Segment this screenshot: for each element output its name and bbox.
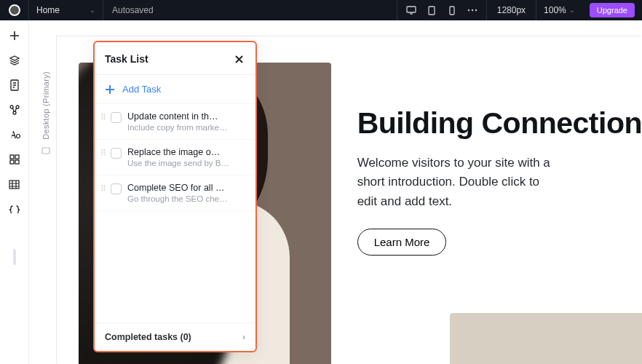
breakpoint-label: Desktop (Primary) bbox=[35, 20, 57, 364]
svg-rect-15 bbox=[9, 181, 19, 189]
logo-icon bbox=[9, 4, 20, 16]
add-task-button[interactable]: Add Task bbox=[95, 75, 255, 104]
completed-tasks-toggle[interactable]: Completed tasks (0) › bbox=[95, 323, 255, 351]
svg-point-8 bbox=[16, 106, 19, 108]
svg-point-4 bbox=[472, 9, 473, 11]
device-switcher bbox=[397, 0, 486, 20]
task-title: Update content in th… bbox=[127, 111, 247, 122]
task-desc: Include copy from marke… bbox=[127, 123, 247, 132]
drag-handle-icon[interactable]: ⠿ bbox=[100, 147, 105, 157]
task-checkbox[interactable] bbox=[111, 148, 122, 159]
task-item[interactable]: ⠿ Complete SEO for all … Go through the … bbox=[95, 175, 255, 211]
svg-rect-1 bbox=[429, 7, 435, 15]
grid-icon[interactable] bbox=[8, 178, 21, 191]
svg-rect-13 bbox=[10, 160, 14, 164]
task-item[interactable]: ⠿ Update content in th… Include copy fro… bbox=[95, 104, 255, 140]
drag-handle-icon[interactable]: ⠿ bbox=[100, 183, 105, 192]
apps-icon[interactable] bbox=[8, 153, 21, 166]
add-element-icon[interactable] bbox=[8, 29, 21, 42]
svg-point-10 bbox=[16, 135, 20, 138]
autosave-status: Autosaved bbox=[103, 5, 162, 15]
svg-rect-12 bbox=[15, 155, 19, 159]
task-desc: Go through the SEO che… bbox=[127, 194, 247, 203]
task-list-header: Task List bbox=[95, 42, 255, 75]
hero-heading[interactable]: Building Connection bbox=[357, 106, 642, 141]
svg-point-3 bbox=[468, 9, 469, 11]
svg-point-9 bbox=[13, 111, 16, 114]
task-checkbox[interactable] bbox=[111, 112, 122, 123]
close-icon[interactable] bbox=[232, 52, 245, 66]
task-list-panel: Task List Add Task ⠿ Update content in t… bbox=[93, 41, 257, 352]
mobile-icon[interactable] bbox=[447, 5, 457, 15]
task-title: Complete SEO for all … bbox=[127, 183, 247, 193]
task-title: Replace the image o… bbox=[127, 147, 247, 157]
desktop-icon[interactable] bbox=[406, 5, 416, 15]
learn-more-button[interactable]: Learn More bbox=[357, 229, 447, 256]
viewport-width[interactable]: 1280px bbox=[486, 0, 536, 20]
task-desc: Use the image send by B… bbox=[127, 159, 247, 167]
cms-icon[interactable] bbox=[8, 103, 21, 116]
more-devices-icon[interactable] bbox=[467, 5, 477, 15]
secondary-image[interactable] bbox=[450, 313, 642, 364]
drag-handle-icon[interactable]: ⠿ bbox=[100, 111, 105, 121]
plus-icon bbox=[105, 84, 115, 95]
left-toolbar bbox=[0, 20, 29, 364]
upgrade-button[interactable]: Upgrade bbox=[590, 3, 635, 17]
topbar: Home ⌄ Autosaved 1280px 100% ⌄ Upgrade bbox=[0, 0, 642, 20]
chevron-right-icon: › bbox=[242, 332, 245, 342]
chevron-down-icon: ⌄ bbox=[90, 7, 95, 14]
pages-icon[interactable] bbox=[8, 79, 21, 92]
toolbar-separator bbox=[13, 249, 16, 265]
svg-rect-16 bbox=[42, 148, 49, 154]
page-icon bbox=[41, 146, 50, 154]
typography-icon[interactable] bbox=[8, 128, 21, 141]
chevron-down-icon: ⌄ bbox=[569, 7, 575, 14]
zoom-selector[interactable]: 100% ⌄ bbox=[536, 0, 582, 20]
page-selector[interactable]: Home ⌄ bbox=[29, 0, 103, 20]
hero-paragraph[interactable]: Welcome visitors to your site with a sho… bbox=[357, 154, 561, 211]
task-list-body: ⠿ Update content in th… Include copy fro… bbox=[95, 104, 255, 323]
task-list-title: Task List bbox=[105, 53, 148, 65]
page-selector-label: Home bbox=[36, 5, 60, 15]
app-logo[interactable] bbox=[0, 0, 29, 20]
task-checkbox[interactable] bbox=[111, 183, 122, 194]
layers-icon[interactable] bbox=[8, 54, 21, 67]
tablet-icon[interactable] bbox=[427, 5, 437, 15]
svg-point-5 bbox=[475, 9, 477, 11]
svg-rect-0 bbox=[407, 7, 416, 12]
task-item[interactable]: ⠿ Replace the image o… Use the image sen… bbox=[95, 140, 255, 175]
svg-point-7 bbox=[10, 106, 13, 108]
svg-rect-14 bbox=[15, 160, 19, 164]
code-icon[interactable] bbox=[8, 202, 21, 215]
svg-rect-2 bbox=[450, 7, 454, 15]
svg-rect-11 bbox=[10, 155, 14, 159]
